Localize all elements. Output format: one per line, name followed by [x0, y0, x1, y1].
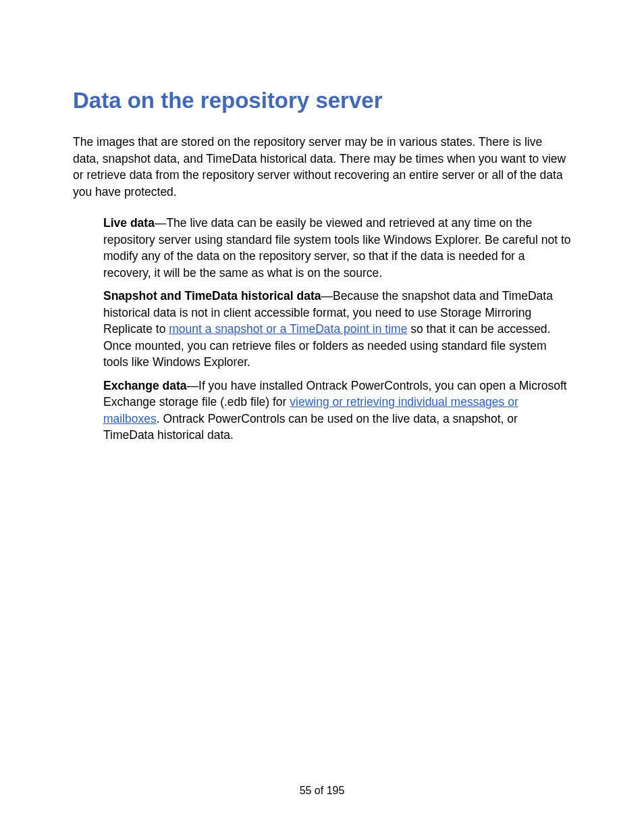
link-mount-snapshot[interactable]: mount a snapshot or a TimeData point in …	[169, 322, 407, 336]
definition-exchange-data: Exchange data—If you have installed Ontr…	[103, 377, 571, 444]
definition-snapshot-data: Snapshot and TimeData historical data—Be…	[103, 288, 571, 371]
text-exchange-after: . Ontrack PowerControls can be used on t…	[103, 412, 518, 442]
term-snapshot-data: Snapshot and TimeData historical data	[103, 289, 321, 303]
definition-list: Live data—The live data can be easily be…	[73, 215, 571, 444]
page-heading: Data on the repository server	[73, 88, 571, 113]
intro-paragraph: The images that are stored on the reposi…	[73, 134, 571, 200]
term-live-data: Live data	[103, 216, 155, 230]
page-content: Data on the repository server The images…	[0, 0, 644, 444]
term-exchange-data: Exchange data	[103, 379, 187, 392]
page-footer: 55 of 195	[0, 785, 644, 797]
definition-live-data: Live data—The live data can be easily be…	[103, 215, 571, 281]
text-live-data: —The live data can be easily be viewed a…	[103, 216, 571, 280]
